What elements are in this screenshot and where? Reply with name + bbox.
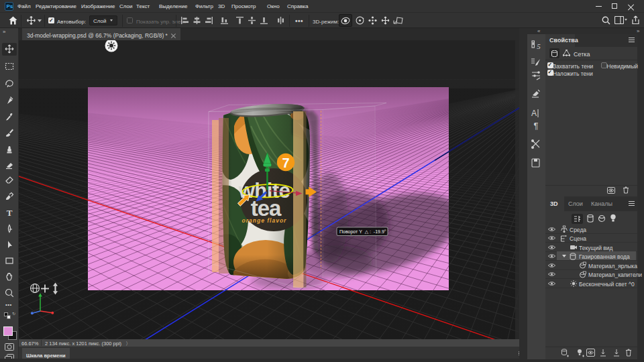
svg-text:Поворот Y △ : -19.9°: Поворот Y △ : -19.9° [339,229,386,235]
svg-text:5: 5 [537,42,541,50]
svg-text:orange flavor: orange flavor [242,217,287,224]
svg-text:A: A [531,109,537,118]
svg-text:7: 7 [282,156,289,170]
svg-text:¶: ¶ [534,121,539,131]
